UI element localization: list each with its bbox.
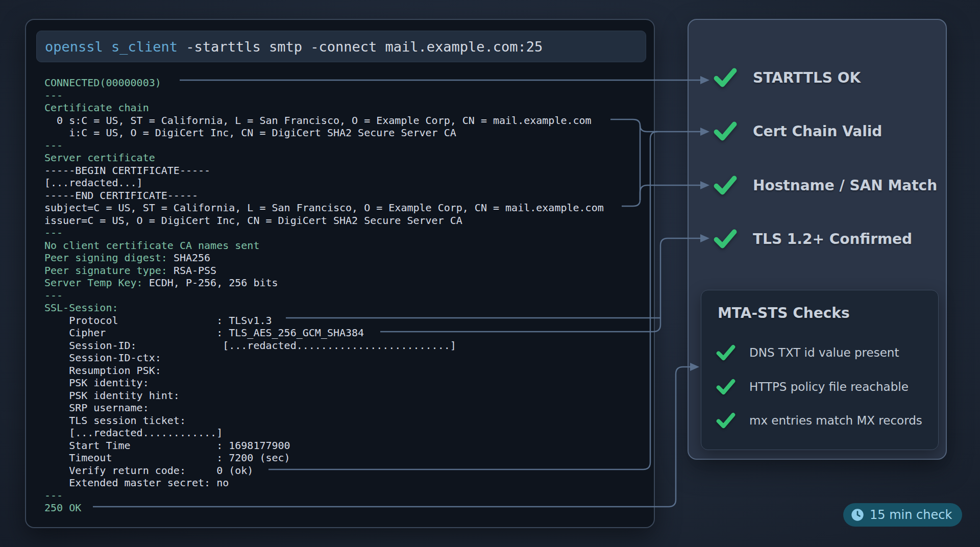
check-interval-badge: 15 min check <box>843 503 962 527</box>
terminal-line: --- <box>44 489 604 502</box>
checkmark-icon <box>713 175 738 196</box>
terminal-line: --- <box>44 89 604 102</box>
checkmark-icon <box>716 344 736 361</box>
check-label: Cert Chain Valid <box>753 123 882 140</box>
terminal-line: Server Temp Key: ECDH, P-256, 256 bits <box>44 277 604 289</box>
terminal-line: Timeout : 7200 (sec) <box>44 452 604 464</box>
command-arguments: -starttls smtp -connect mail.example.com… <box>178 39 543 55</box>
terminal-line: Extended master secret: no <box>44 477 604 489</box>
terminal-line: 0 s:C = US, ST = California, L = San Fra… <box>44 114 604 127</box>
terminal-line: Protocol : TLSv1.3 <box>44 314 604 327</box>
terminal-line: Resumption PSK: <box>44 364 604 377</box>
terminal-line: Verify return code: 0 (ok) <box>44 464 604 477</box>
terminal-line: --- <box>44 227 604 239</box>
terminal-output: CONNECTED(00000003)---Certificate chain … <box>44 77 604 514</box>
tls-verification-diagram: openssl s_client -starttls smtp -connect… <box>0 0 980 547</box>
terminal-line: Session-ID: [...redacted................… <box>44 339 604 352</box>
terminal-line: --- <box>44 139 604 152</box>
terminal-line: issuer=C = US, O = DigiCert Inc, CN = Di… <box>44 214 604 227</box>
terminal-line: PSK identity hint: <box>44 389 604 402</box>
check-row-starttls: STARTTLS OK <box>713 67 861 88</box>
terminal-line: -----END CERTIFICATE----- <box>44 189 604 202</box>
check-row-cert-chain: Cert Chain Valid <box>713 120 882 142</box>
clock-icon <box>850 508 865 522</box>
command-bar: openssl s_client -starttls smtp -connect… <box>36 31 646 62</box>
check-row-hostname: Hostname / SAN Match <box>713 175 937 196</box>
check-label: Hostname / SAN Match <box>753 177 937 194</box>
mta-check-label: HTTPS policy file reachable <box>749 380 909 393</box>
terminal-line: [...redacted...] <box>44 177 604 189</box>
terminal-line: Peer signature type: RSA-PSS <box>44 264 604 277</box>
checkmark-icon <box>713 228 738 250</box>
mta-row-dns-txt: DNS TXT id value present <box>716 344 899 361</box>
terminal-line: -----BEGIN CERTIFICATE----- <box>44 164 604 177</box>
terminal-line: SRP username: <box>44 402 604 414</box>
terminal-line: 250 OK <box>44 502 604 514</box>
checkmark-icon <box>713 67 738 88</box>
mta-sts-panel: MTA-STS Checks DNS TXT id value present … <box>701 290 939 450</box>
terminal-line: --- <box>44 289 604 302</box>
terminal-line: TLS session ticket: <box>44 414 604 427</box>
mta-sts-title: MTA-STS Checks <box>718 305 850 321</box>
mta-row-https-policy: HTTPS policy file reachable <box>716 378 909 395</box>
terminal-line: CONNECTED(00000003) <box>44 77 604 89</box>
terminal-line: Session-ID-ctx: <box>44 352 604 364</box>
terminal-line: PSK identity: <box>44 377 604 389</box>
terminal-line: i:C = US, O = DigiCert Inc, CN = DigiCer… <box>44 127 604 139</box>
checkmark-icon <box>716 412 736 429</box>
badge-label: 15 min check <box>870 508 952 522</box>
terminal-line: Certificate chain <box>44 102 604 114</box>
mta-row-mx-entries: mx entries match MX records <box>716 412 922 429</box>
terminal-line: Peer signing digest: SHA256 <box>44 252 604 264</box>
terminal-panel: openssl s_client -starttls smtp -connect… <box>25 19 655 528</box>
command-highlight: openssl s_client <box>45 39 178 55</box>
terminal-line: SSL-Session: <box>44 302 604 314</box>
terminal-line: No client certificate CA names sent <box>44 239 604 252</box>
terminal-line: Start Time : 1698177900 <box>44 439 604 452</box>
check-label: TLS 1.2+ Confirmed <box>753 231 912 247</box>
checkmark-icon <box>713 120 738 142</box>
checkmark-icon <box>716 378 736 395</box>
check-label: STARTTLS OK <box>753 69 861 86</box>
check-row-tls-version: TLS 1.2+ Confirmed <box>713 228 912 250</box>
terminal-line: Server certificate <box>44 152 604 164</box>
terminal-line: [...redacted............] <box>44 427 604 439</box>
terminal-line: Cipher : TLS_AES_256_GCM_SHA384 <box>44 327 604 339</box>
mta-check-label: DNS TXT id value present <box>749 346 899 359</box>
terminal-line: subject=C = US, ST = California, L = San… <box>44 202 604 214</box>
mta-check-label: mx entries match MX records <box>749 414 922 427</box>
